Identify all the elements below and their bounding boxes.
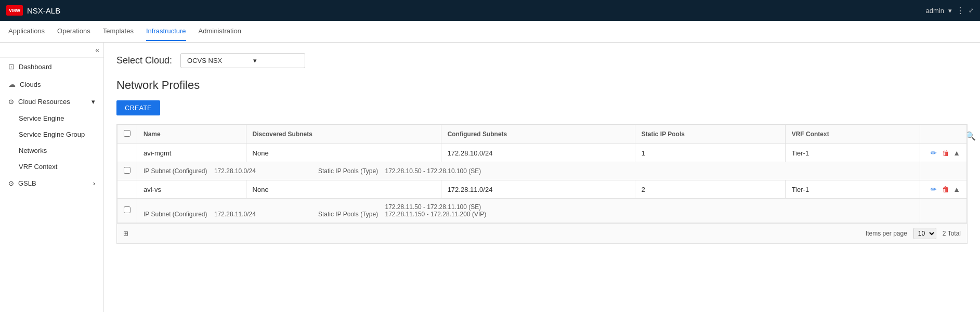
cloud-dropdown-chevron: ▾ <box>253 57 257 64</box>
app-title: NSX-ALB <box>27 6 60 15</box>
nav-applications[interactable]: Applications <box>8 22 45 41</box>
sub-row-details-avi-vs: IP Subnet (Configured) 172.28.11.0/24 St… <box>137 199 920 223</box>
row-name-avi-vs: avi-vs <box>137 180 246 199</box>
nav-administration[interactable]: Administration <box>199 22 241 41</box>
service-engine-label: Service Engine <box>19 114 64 122</box>
more-options-icon[interactable]: ⋮ <box>956 6 964 16</box>
row-configured-subnets-avi-mgmt: 172.28.10.0/24 <box>441 144 635 162</box>
col-header-name: Name <box>137 125 246 144</box>
sidebar-dashboard-label: Dashboard <box>19 63 52 71</box>
sub-row-pool-type-label-avi-vs: Static IP Pools (Type) <box>318 211 378 218</box>
expand-icon[interactable]: ⤢ <box>969 7 974 14</box>
row-configured-subnets-avi-vs: 172.28.11.0/24 <box>441 180 635 199</box>
items-per-page-select[interactable]: 10 25 50 <box>913 228 936 239</box>
items-per-page-label: Items per page <box>866 230 907 237</box>
sub-row-pool-range-1-avi-vs: 172.28.11.50 - 172.28.11.100 (SE) <box>385 203 487 211</box>
sidebar-item-clouds[interactable]: ☁ Clouds <box>0 75 103 93</box>
sidebar-section-cloud-resources[interactable]: ⊙ Cloud Resources ▾ <box>0 93 103 110</box>
gslb-icon: ⊙ <box>8 179 14 187</box>
row-actions-avi-mgmt: ✏ 🗑 ▲ <box>920 144 967 162</box>
network-profiles-table-wrapper: Name Discovered Subnets Configured Subne… <box>116 124 968 244</box>
sidebar-item-vrf-context[interactable]: VRF Context <box>0 159 103 175</box>
sidebar-collapse-button[interactable]: « <box>95 46 99 54</box>
gslb-chevron: › <box>93 179 95 187</box>
select-all-checkbox[interactable] <box>124 130 130 137</box>
cloud-resources-label: Cloud Resources <box>18 98 70 106</box>
top-navbar: VMW NSX-ALB admin ▾ ⋮ ⤢ <box>0 0 980 21</box>
row-vrf-context-avi-vs: Tier-1 <box>785 180 920 199</box>
row-static-ip-pools-avi-mgmt: 1 <box>635 144 785 162</box>
vrf-context-label: VRF Context <box>19 163 57 171</box>
dashboard-icon: ⊡ <box>8 62 15 71</box>
service-engine-group-label: Service Engine Group <box>19 131 85 138</box>
sidebar-section-gslb[interactable]: ⊙ GSLB › <box>0 175 103 192</box>
clouds-icon: ☁ <box>8 80 16 88</box>
sidebar-clouds-label: Clouds <box>20 81 41 88</box>
col-header-discovered-subnets: Discovered Subnets <box>246 125 441 144</box>
sub-row-subnet: 172.28.10.0/24 <box>214 167 256 175</box>
sub-row-pool-range-2-avi-vs: 172.28.11.150 - 172.28.11.200 (VIP) <box>385 211 487 218</box>
sub-row-subnet-avi-vs: 172.28.11.0/24 <box>214 211 256 218</box>
col-header-static-ip-pools: Static IP Pools <box>635 125 785 144</box>
delete-icon-avi-mgmt[interactable]: 🗑 <box>942 149 949 157</box>
navbar-right: admin ▾ ⋮ ⤢ <box>926 6 974 16</box>
cloud-select-row: Select Cloud: OCVS NSX ▾ <box>116 53 968 68</box>
table-row: avi-vs None 172.28.11.0/24 2 Tier-1 ✏ 🗑 … <box>117 180 967 199</box>
cloud-dropdown[interactable]: OCVS NSX ▾ <box>180 53 305 68</box>
edit-icon-avi-vs[interactable]: ✏ <box>931 185 937 193</box>
total-count: 2 Total <box>943 230 961 237</box>
sidebar-header: « <box>0 43 103 58</box>
row-static-ip-pools-avi-vs: 2 <box>635 180 785 199</box>
table-sub-row-avi-vs: IP Subnet (Configured) 172.28.11.0/24 St… <box>117 199 967 223</box>
create-button[interactable]: CREATE <box>116 100 160 115</box>
sub-row-actions-empty <box>920 162 967 180</box>
row-checkbox-cell <box>117 144 137 162</box>
col-header-actions <box>920 125 967 144</box>
column-chooser-icon[interactable]: ⊞ <box>123 230 128 237</box>
col-header-configured-subnets: Configured Subnets <box>441 125 635 144</box>
row-name-avi-mgmt: avi-mgmt <box>137 144 246 162</box>
main-content: Select Cloud: OCVS NSX ▾ Network Profile… <box>104 43 980 312</box>
sidebar-item-dashboard[interactable]: ⊡ Dashboard <box>0 58 103 75</box>
nav-infrastructure[interactable]: Infrastructure <box>146 22 186 41</box>
user-dropdown-icon[interactable]: ▾ <box>948 7 952 15</box>
table-row: avi-mgmt None 172.28.10.0/24 1 Tier-1 ✏ … <box>117 144 967 162</box>
gslb-label: GSLB <box>18 179 36 187</box>
cloud-resources-icon: ⊙ <box>8 98 14 106</box>
table-sub-row: IP Subnet (Configured) 172.28.10.0/24 St… <box>117 162 967 180</box>
sidebar-item-service-engine[interactable]: Service Engine <box>0 110 103 126</box>
table-header-checkbox <box>117 125 137 144</box>
row-discovered-subnets-avi-mgmt: None <box>246 144 441 162</box>
sub-row-details-avi-mgmt: IP Subnet (Configured) 172.28.10.0/24 St… <box>137 162 920 180</box>
collapse-icon-avi-mgmt[interactable]: ▲ <box>953 149 960 157</box>
delete-icon-avi-vs[interactable]: 🗑 <box>942 185 949 193</box>
cloud-dropdown-value: OCVS NSX <box>187 57 222 64</box>
row-actions-avi-vs: ✏ 🗑 ▲ <box>920 180 967 199</box>
sub-row-checkbox[interactable] <box>124 167 130 174</box>
navbar-left: VMW NSX-ALB <box>6 5 60 16</box>
user-label: admin <box>926 7 944 15</box>
nav-templates[interactable]: Templates <box>103 22 134 41</box>
sub-row-checkbox-avi-vs <box>117 199 137 223</box>
sub-row-type-label-avi-vs: IP Subnet (Configured) <box>143 211 207 218</box>
secondary-nav: Applications Operations Templates Infras… <box>0 21 980 43</box>
collapse-icon-avi-vs[interactable]: ▲ <box>953 185 960 193</box>
network-profiles-table: Name Discovered Subnets Configured Subne… <box>117 124 967 223</box>
layout: « ⊡ Dashboard ☁ Clouds ⊙ Cloud Resources… <box>0 43 980 312</box>
networks-label: Networks <box>19 147 47 154</box>
sub-row-checkbox-avi-mgmt <box>117 162 137 180</box>
gslb-section-left: ⊙ GSLB <box>8 179 36 187</box>
row-vrf-context-avi-mgmt: Tier-1 <box>785 144 920 162</box>
vmware-logo: VMW <box>6 5 23 16</box>
page-title: Network Profiles <box>116 79 968 92</box>
cloud-select-label: Select Cloud: <box>116 55 172 66</box>
sidebar-item-service-engine-group[interactable]: Service Engine Group <box>0 126 103 142</box>
sub-row-checkbox-avi-vs[interactable] <box>124 206 130 213</box>
edit-icon-avi-mgmt[interactable]: ✏ <box>931 149 937 157</box>
nav-operations[interactable]: Operations <box>57 22 90 41</box>
sub-row-pool-range: 172.28.10.50 - 172.28.10.100 (SE) <box>385 167 481 175</box>
table-footer: ⊞ Items per page 10 25 50 2 Total <box>117 223 967 243</box>
sidebar-item-networks[interactable]: Networks <box>0 142 103 159</box>
col-header-vrf-context: VRF Context <box>785 125 920 144</box>
section-left: ⊙ Cloud Resources <box>8 98 70 106</box>
